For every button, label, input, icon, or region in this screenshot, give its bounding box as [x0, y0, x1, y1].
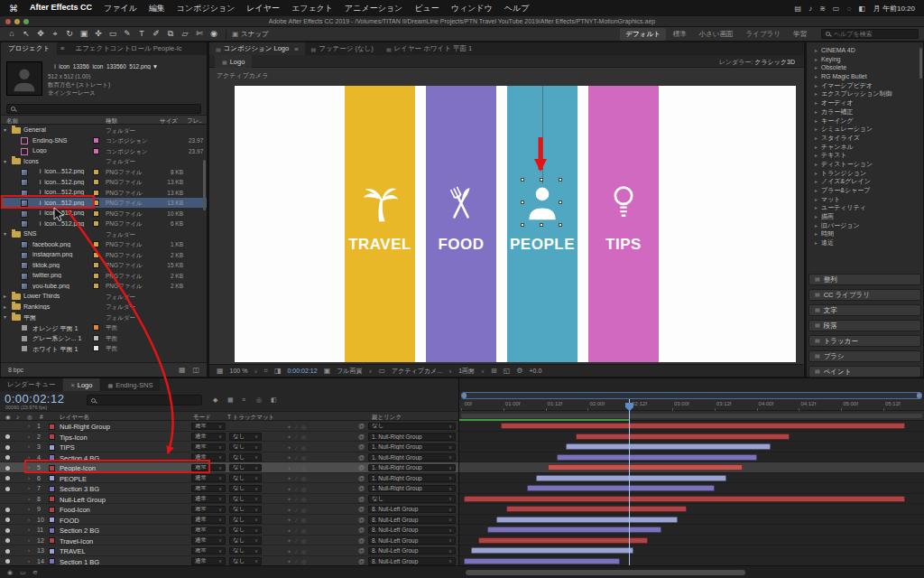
label-chip[interactable]: [93, 137, 99, 144]
layer-color-chip[interactable]: [49, 475, 55, 481]
parent-pickwhip-icon[interactable]: @: [358, 547, 365, 554]
panel-tab-1[interactable]: ▤CC ライブラリ: [808, 289, 921, 301]
track-matte-dropdown[interactable]: なし∨: [229, 557, 262, 565]
track-matte-dropdown[interactable]: なし∨: [229, 536, 262, 545]
track-matte-dropdown[interactable]: なし∨: [229, 474, 262, 482]
minimize-window-button[interactable]: [14, 19, 20, 24]
parent-pickwhip-icon[interactable]: @: [358, 506, 365, 512]
twirl-icon[interactable]: ▸: [815, 205, 818, 210]
twirl-icon[interactable]: ▸: [815, 83, 818, 89]
track-matte-dropdown[interactable]: なし∨: [229, 443, 262, 452]
trash-icon[interactable]: ◫: [192, 366, 199, 374]
layer-color-chip[interactable]: [49, 507, 55, 513]
composition-canvas[interactable]: TRAVELFOODPEOPLETIPS: [235, 86, 796, 362]
flowchart-icon[interactable]: ⚙: [516, 367, 522, 375]
parent-dropdown[interactable]: 1. Null-Right Group∨: [368, 433, 456, 441]
twirl-icon[interactable]: ▸: [815, 100, 818, 106]
parent-pickwhip-icon[interactable]: @: [358, 558, 365, 564]
draft-3d-icon[interactable]: ▦: [227, 396, 234, 404]
layer-switches[interactable]: ✦⁄◎: [287, 475, 310, 481]
project-search-input[interactable]: [19, 106, 197, 112]
track-matte-dropdown[interactable]: なし∨: [229, 433, 262, 441]
close-window-button[interactable]: [5, 19, 11, 24]
project-item-row[interactable]: __i_icon...512.pngPNGファイル13 KB: [1, 198, 207, 209]
twirl-icon[interactable]: ▸: [4, 303, 6, 310]
blend-mode-dropdown[interactable]: 通常∨: [191, 506, 226, 514]
project-scrollbar[interactable]: [203, 160, 206, 210]
apple-menu-icon[interactable]: ⌘: [9, 4, 18, 14]
layer-switches[interactable]: ✦⁄◎: [287, 537, 310, 544]
hide-shy-layers-icon[interactable]: ≡: [242, 396, 245, 403]
hand-tool-icon[interactable]: ✥: [34, 29, 47, 39]
display-icon[interactable]: ▤: [795, 5, 802, 13]
effect-category-15[interactable]: ▸ノイズ&グレイン: [807, 177, 923, 186]
project-item-row[interactable]: __i_icon...512.pngPNGファイル8 KB: [1, 166, 207, 177]
panel-tab-3[interactable]: ▤段落: [808, 320, 921, 331]
project-item-row[interactable]: __i_icon...512.pngPNGファイル10 KB: [1, 208, 207, 219]
twirl-icon[interactable]: ▸: [815, 240, 818, 246]
composition-viewer[interactable]: アクティブカメラ TRAVELFOODPEOPLETIPS: [209, 68, 804, 364]
time-navigator[interactable]: [461, 392, 922, 399]
project-item-row[interactable]: ホワイト 平面 1平面: [1, 343, 207, 354]
parent-dropdown[interactable]: 1. Null-Right Group∨: [368, 474, 456, 482]
twirl-icon[interactable]: ›: [28, 485, 30, 490]
layer-switches[interactable]: ✦⁄◎: [287, 527, 310, 534]
layer-switches[interactable]: ✦⁄◎: [287, 496, 310, 502]
selection-tool-icon[interactable]: ↖: [20, 29, 32, 39]
layer-switches[interactable]: ✦⁄◎: [287, 465, 310, 471]
menu-item-4[interactable]: レイヤー: [246, 3, 280, 14]
zoom-level[interactable]: 100 %: [230, 368, 248, 374]
eye-icon[interactable]: [5, 549, 10, 554]
effect-category-10[interactable]: ▸スタイライズ: [807, 134, 923, 143]
project-item-row[interactable]: ▸Rankingsフォルダー: [1, 302, 207, 312]
brush-tool-icon[interactable]: ✐: [150, 29, 162, 39]
menu-item-5[interactable]: エフェクト: [291, 3, 333, 14]
exposure-value[interactable]: +0.0: [530, 368, 542, 374]
project-item-row[interactable]: ▾平面フォルダー: [1, 312, 207, 322]
blend-mode-dropdown[interactable]: 通常∨: [191, 485, 226, 493]
layer-duration-bar[interactable]: [464, 496, 905, 502]
wifi-icon[interactable]: ≋: [819, 5, 826, 13]
twirl-icon[interactable]: ▾: [4, 158, 6, 164]
effect-category-20[interactable]: ▸旧バージョン: [807, 221, 923, 230]
label-chip[interactable]: [93, 324, 99, 331]
view-dropdown[interactable]: アクティブカメ...: [392, 367, 442, 376]
effect-category-12[interactable]: ▸テキスト: [807, 151, 923, 160]
effects-scrollbar[interactable]: [919, 48, 922, 79]
twirl-icon[interactable]: ›: [28, 464, 30, 470]
layer-color-chip[interactable]: [49, 424, 55, 430]
menu-item-2[interactable]: 編集: [149, 3, 165, 14]
project-item-row[interactable]: twitter.pngPNGファイル2 KB: [1, 270, 207, 281]
menu-item-8[interactable]: ウィンドウ: [451, 3, 493, 14]
layer-color-chip[interactable]: [49, 434, 55, 440]
effect-category-16[interactable]: ▸ブラー&シャープ: [807, 186, 923, 195]
selection-handle[interactable]: [540, 223, 543, 227]
selection-handle[interactable]: [521, 223, 524, 227]
label-chip[interactable]: [93, 220, 99, 227]
layer-duration-bar[interactable]: [506, 506, 688, 512]
time-ruler[interactable]: :00f01:00f01:12f02:00f02:12f03:00f03:12f…: [459, 399, 924, 411]
workspace-2[interactable]: 小さい画面: [694, 28, 739, 41]
layer-color-chip[interactable]: [49, 444, 55, 451]
menu-item-3[interactable]: コンポジション: [177, 3, 235, 14]
project-column-header[interactable]: 名前 種類 サイズ フレ..: [1, 115, 207, 125]
magnification-icon[interactable]: ▦: [217, 367, 224, 375]
layer-duration-bar[interactable]: [487, 527, 661, 533]
layer-switches[interactable]: ✦⁄◎: [287, 486, 310, 492]
twirl-icon[interactable]: ▸: [4, 293, 6, 299]
blend-mode-dropdown[interactable]: 通常∨: [191, 433, 226, 441]
new-folder-icon[interactable]: ▦: [179, 366, 186, 374]
parent-dropdown[interactable]: 8. Null-Left Group∨: [368, 547, 456, 555]
comp-panel-tab-0[interactable]: ▤コンポジション Logo≡: [209, 42, 305, 55]
twirl-icon[interactable]: ▸: [815, 118, 818, 124]
twirl-icon[interactable]: ›: [28, 506, 30, 511]
type-tool-icon[interactable]: T: [135, 29, 148, 39]
twirl-icon[interactable]: ▸: [815, 144, 818, 150]
selection-handle[interactable]: [540, 178, 543, 182]
camera-tool-icon[interactable]: ▣: [78, 29, 90, 39]
twirl-icon[interactable]: ▸: [815, 153, 818, 158]
timeline-search-box[interactable]: [87, 395, 202, 406]
twirl-icon[interactable]: ›: [28, 434, 30, 439]
label-chip[interactable]: [93, 262, 99, 268]
twirl-icon[interactable]: ▾: [4, 313, 6, 320]
